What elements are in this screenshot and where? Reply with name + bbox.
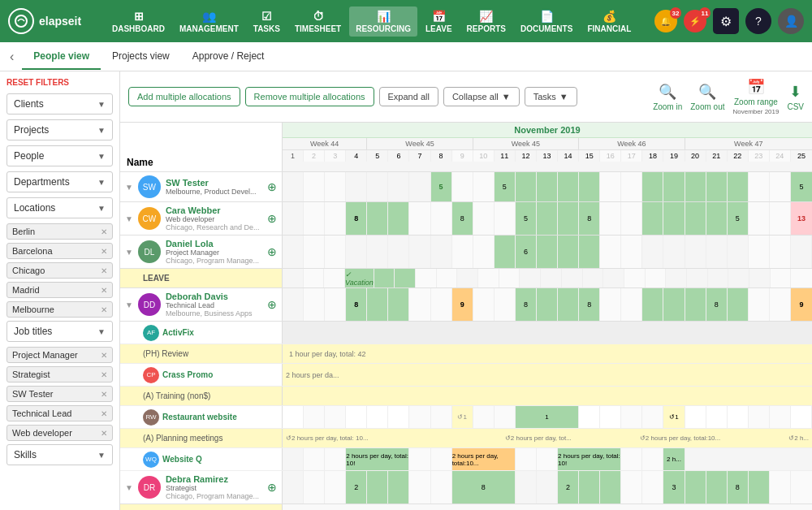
zoom-range-btn[interactable]: 📅 Zoom range November 2019 bbox=[733, 78, 780, 115]
documents-icon: 📄 bbox=[540, 10, 554, 23]
expand-sw-tester[interactable]: ▼ bbox=[125, 183, 133, 192]
nav-leave[interactable]: 📅 LEAVE bbox=[419, 6, 459, 37]
remove-chicago-btn[interactable]: ✕ bbox=[101, 266, 107, 275]
reset-filters-btn[interactable]: RESET FILTERS bbox=[6, 78, 113, 87]
week-45b: Week 45 bbox=[473, 138, 579, 149]
alloc-activfix bbox=[283, 322, 812, 344]
add-cara-btn[interactable]: ⊕ bbox=[267, 212, 277, 225]
nav-documents[interactable]: 📄 DOCUMENTS bbox=[514, 6, 579, 37]
nav-financial[interactable]: 💰 FINANCIAL bbox=[581, 6, 637, 37]
add-debra-btn[interactable]: ⊕ bbox=[267, 481, 277, 494]
filter-people[interactable]: People ▼ bbox=[6, 145, 113, 166]
day-23: 23 bbox=[749, 150, 770, 162]
alloc-cara: 8 8 5 8 bbox=[283, 202, 812, 235]
remove-barcelona-btn[interactable]: ✕ bbox=[101, 247, 107, 256]
zoom-in-icon: 🔍 bbox=[659, 83, 676, 101]
user-avatar[interactable]: 👤 bbox=[778, 8, 804, 34]
sub-avatar-crass-promo: CP bbox=[143, 367, 159, 383]
expand-deborah[interactable]: ▼ bbox=[125, 300, 133, 309]
day-15: 15 bbox=[579, 150, 600, 162]
day-8: 8 bbox=[431, 150, 452, 162]
settings-btn[interactable]: ⚙ bbox=[713, 8, 739, 34]
alerts-btn[interactable]: ⚡ 11 bbox=[684, 10, 706, 32]
planning-label: (A) Planning meetings bbox=[120, 429, 283, 447]
tasks-icon: ☑ bbox=[261, 10, 272, 23]
expand-debra[interactable]: ▼ bbox=[125, 483, 133, 492]
csv-btn[interactable]: ⬇ CSV bbox=[787, 83, 804, 111]
expand-daniel[interactable]: ▼ bbox=[125, 248, 133, 257]
avatar-sw-tester: SW bbox=[138, 175, 161, 198]
remove-berlin-btn[interactable]: ✕ bbox=[101, 227, 107, 236]
tab-approve-reject[interactable]: Approve / Reject bbox=[181, 44, 276, 70]
expand-all-btn[interactable]: Expand all bbox=[379, 87, 438, 106]
week-44: Week 44 bbox=[283, 138, 367, 149]
svg-point-0 bbox=[15, 15, 27, 27]
remove-multiple-btn[interactable]: Remove multiple allocations bbox=[245, 87, 374, 106]
nav-reports[interactable]: 📈 REPORTS bbox=[460, 6, 512, 37]
remove-tech-lead-btn[interactable]: ✕ bbox=[101, 409, 107, 418]
nav-resourcing-label: RESOURCING bbox=[356, 24, 411, 33]
add-deborah-btn[interactable]: ⊕ bbox=[267, 298, 277, 311]
logo: elapseit bbox=[8, 8, 89, 34]
filter-skills[interactable]: Skills ▼ bbox=[6, 444, 113, 465]
collapse-all-btn[interactable]: Collapse all ▼ bbox=[443, 87, 520, 106]
filter-projects[interactable]: Projects ▼ bbox=[6, 119, 113, 140]
tab-projects-view[interactable]: Projects view bbox=[101, 44, 181, 70]
remove-web-dev-btn[interactable]: ✕ bbox=[101, 429, 107, 438]
chevron-down-icon: ▼ bbox=[97, 327, 106, 336]
filter-locations[interactable]: Locations ▼ bbox=[6, 197, 113, 218]
tab-people-view[interactable]: People view bbox=[22, 44, 101, 70]
notifications-btn[interactable]: 🔔 32 bbox=[654, 10, 677, 32]
tag-strategist: Strategist ✕ bbox=[6, 366, 113, 382]
expand-cara[interactable]: ▼ bbox=[125, 214, 133, 223]
nav-management[interactable]: 👥 MANAGEMENT bbox=[173, 6, 245, 37]
notifications-badge: 32 bbox=[670, 7, 681, 19]
person-details-cara: Cara Webber Web developer Chicago, Resea… bbox=[166, 205, 262, 231]
add-multiple-btn[interactable]: Add multiple allocations bbox=[128, 87, 240, 106]
day-4: 4 bbox=[346, 150, 367, 162]
training-label: (A) Training (non$) bbox=[120, 387, 283, 405]
back-arrow[interactable]: ‹ bbox=[10, 50, 14, 64]
nav-tasks[interactable]: ☑ TASKS bbox=[247, 6, 287, 37]
sub-row-website-q: WQ Website Q 2 hours per day, total: 10!… bbox=[120, 448, 812, 471]
filter-job-titles[interactable]: Job titles ▼ bbox=[6, 321, 113, 342]
planning-alloc: ↺2 hours per day, total: 10... ↺2 hours … bbox=[283, 429, 812, 447]
tag-chicago: Chicago ✕ bbox=[6, 262, 113, 279]
nav-timesheet[interactable]: ⏱ TIMESHEET bbox=[288, 6, 348, 37]
chevron-down-icon: ▼ bbox=[97, 152, 106, 161]
month-label: November 2019 bbox=[283, 123, 812, 138]
nav-management-label: MANAGEMENT bbox=[179, 24, 239, 33]
person-details-daniel: Daniel Lola Project Manager Chicago, Pro… bbox=[166, 239, 262, 265]
filter-departments[interactable]: Departments ▼ bbox=[6, 171, 113, 192]
calendar-wrapper: Name November 2019 Week 44 Week 45 Week … bbox=[120, 123, 812, 510]
nav-resourcing[interactable]: 📊 RESOURCING bbox=[349, 6, 417, 37]
nav-right: 🔔 32 ⚡ 11 ⚙ ? 👤 bbox=[654, 8, 804, 34]
day-22: 22 bbox=[728, 150, 749, 162]
zoom-out-btn[interactable]: 🔍 Zoom out bbox=[690, 83, 724, 111]
leave-icon: 📅 bbox=[432, 10, 446, 23]
add-daniel-btn[interactable]: ⊕ bbox=[267, 245, 277, 258]
day-14: 14 bbox=[558, 150, 579, 162]
person-row-debra: ▼ DR Debra Ramirez Strategist Chicago, P… bbox=[120, 471, 812, 504]
add-sw-tester-btn[interactable]: ⊕ bbox=[267, 180, 277, 193]
zoom-in-btn[interactable]: 🔍 Zoom in bbox=[653, 83, 682, 111]
remove-sw-tester-btn[interactable]: ✕ bbox=[101, 390, 107, 399]
nav-items: ⊞ DASHBOARD 👥 MANAGEMENT ☑ TASKS ⏱ TIMES… bbox=[106, 6, 654, 37]
chevron-down-icon: ▼ bbox=[559, 92, 568, 102]
leave-row-debra-bottom: ▲ bbox=[120, 504, 812, 510]
sub-nav: ‹ People view Projects view Approve / Re… bbox=[0, 42, 812, 71]
training-alloc bbox=[283, 387, 812, 405]
nav-dashboard[interactable]: ⊞ DASHBOARD bbox=[106, 6, 171, 37]
remove-pm-btn[interactable]: ✕ bbox=[101, 351, 107, 360]
remove-madrid-btn[interactable]: ✕ bbox=[101, 286, 107, 295]
remove-melbourne-btn[interactable]: ✕ bbox=[101, 305, 107, 314]
week-46: Week 46 bbox=[579, 138, 685, 149]
help-btn[interactable]: ? bbox=[745, 8, 771, 34]
day-24: 24 bbox=[770, 150, 791, 162]
sub-info-website-q: WQ Website Q bbox=[120, 448, 283, 470]
filter-clients[interactable]: Clients ▼ bbox=[6, 93, 113, 115]
tasks-btn[interactable]: Tasks ▼ bbox=[525, 87, 577, 106]
remove-strategist-btn[interactable]: ✕ bbox=[101, 370, 107, 379]
zoom-out-icon: 🔍 bbox=[698, 83, 716, 101]
content-area: Add multiple allocations Remove multiple… bbox=[120, 71, 812, 510]
